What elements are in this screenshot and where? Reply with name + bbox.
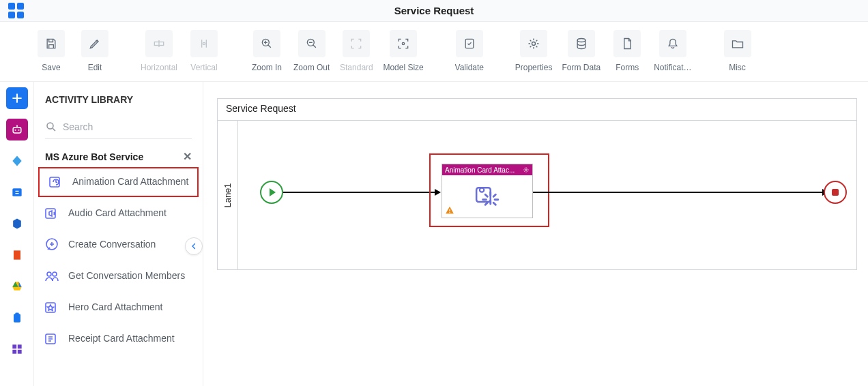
chevron-left-icon: [190, 242, 198, 250]
drive-icon: [10, 280, 24, 293]
svg-point-29: [480, 188, 484, 192]
library-item-label: Receipt Card Attachment: [68, 333, 175, 345]
close-group-icon[interactable]: ✕: [183, 150, 192, 163]
rail-bot-icon[interactable]: [6, 119, 28, 140]
warning-icon: [445, 205, 454, 215]
end-node[interactable]: [824, 181, 847, 204]
search-icon: [45, 121, 57, 133]
connector-2[interactable]: [533, 192, 828, 193]
save-icon: [44, 37, 58, 50]
flow-area[interactable]: Animation Card Attac...: [238, 121, 856, 269]
properties-button[interactable]: Properties: [511, 27, 557, 72]
rail-item-4[interactable]: [6, 181, 28, 203]
users-icon: [44, 268, 60, 284]
library-item-hero-card[interactable]: Hero Card Attachment: [34, 293, 203, 323]
plus-icon: [10, 91, 24, 105]
connector-1[interactable]: [283, 192, 440, 193]
library-item-audio-card[interactable]: Audio Card Attachment: [34, 198, 203, 228]
vertical-icon: [197, 37, 211, 50]
library-item-receipt-card[interactable]: Receipt Card Attachment: [34, 324, 203, 354]
library-group-name: MS Azure Bot Service: [45, 151, 143, 162]
library-item-animation-card[interactable]: Animation Card Attachment: [38, 167, 199, 197]
vertical-label: Vertical: [190, 63, 217, 72]
side-rail: [0, 82, 34, 386]
main-area: ACTIVITY LIBRARY MS Azure Bot Service ✕ …: [0, 82, 868, 386]
clipboard-icon: [10, 311, 24, 325]
search-input[interactable]: [63, 121, 192, 132]
save-button[interactable]: Save: [30, 27, 72, 72]
title-bar: Service Request: [0, 0, 868, 22]
svg-rect-12: [14, 250, 20, 259]
rail-item-9[interactable]: [6, 338, 28, 360]
rail-item-5[interactable]: [6, 213, 28, 235]
zoom-in-button[interactable]: Zoom In: [246, 27, 288, 72]
library-items-list: Animation Card Attachment Audio Card Att…: [34, 167, 203, 355]
notifications-label: Notificat…: [654, 63, 691, 72]
spinner-icon: [48, 174, 64, 190]
svg-rect-17: [12, 350, 16, 354]
library-item-get-members[interactable]: Get Conversation Members: [34, 261, 203, 291]
library-item-label: Create Conversation: [68, 239, 156, 251]
form-data-button[interactable]: Form Data: [558, 27, 605, 72]
library-item-create-conversation[interactable]: Create Conversation: [34, 230, 203, 260]
rail-item-7[interactable]: [6, 276, 28, 297]
lane-label: Lane1: [218, 121, 238, 269]
add-button[interactable]: [6, 87, 28, 109]
robot-icon: [10, 123, 24, 136]
collapse-panel-button[interactable]: [185, 237, 203, 255]
forms-button[interactable]: Forms: [606, 27, 648, 72]
edit-label: Edit: [88, 63, 102, 72]
svg-point-24: [53, 272, 57, 276]
grid-icon: [10, 342, 24, 356]
pencil-icon: [88, 37, 102, 50]
start-node[interactable]: [260, 181, 283, 204]
frame-icon: [349, 37, 363, 50]
misc-button[interactable]: Misc: [717, 27, 759, 72]
rail-item-8[interactable]: [6, 307, 28, 329]
svg-rect-20: [50, 177, 59, 187]
apps-grid-icon[interactable]: [8, 3, 25, 19]
play-icon: [270, 188, 276, 196]
svg-point-1: [203, 42, 205, 44]
library-item-label: Hero Card Attachment: [68, 301, 163, 314]
zoom-in-label: Zoom In: [252, 63, 282, 72]
vertical-button: Vertical: [183, 27, 225, 72]
rail-item-6[interactable]: [6, 244, 28, 266]
svg-point-23: [47, 272, 51, 276]
model-size-button[interactable]: Model Size: [379, 27, 427, 72]
zoom-out-label: Zoom Out: [293, 63, 330, 72]
horizontal-icon: [152, 37, 166, 50]
document-icon: [620, 37, 634, 50]
chat-plus-icon: [44, 237, 60, 253]
svg-point-6: [532, 42, 536, 46]
validate-icon: [463, 37, 476, 50]
process-canvas[interactable]: Service Request Lane1 Animation Card Att…: [203, 82, 868, 386]
misc-label: Misc: [729, 63, 746, 72]
forms-label: Forms: [616, 63, 639, 72]
library-title: ACTIVITY LIBRARY: [34, 82, 203, 110]
exchange-icon: [10, 185, 24, 199]
svg-rect-14: [15, 313, 18, 315]
standard-zoom-button: Standard: [335, 27, 377, 72]
receipt-icon: [44, 331, 60, 347]
zoom-out-button[interactable]: Zoom Out: [289, 27, 334, 72]
hex-icon: [10, 217, 24, 231]
library-search[interactable]: [45, 115, 192, 139]
activity-header: Animation Card Attac...: [442, 164, 532, 175]
database-icon: [575, 37, 588, 50]
activity-node-animation-card[interactable]: Animation Card Attac...: [442, 164, 533, 218]
horizontal-button: Horizontal: [136, 27, 182, 72]
stop-icon: [832, 189, 839, 196]
library-item-label: Animation Card Attachment: [72, 176, 188, 188]
activity-title: Animation Card Attac...: [445, 166, 515, 174]
activity-library-panel: ACTIVITY LIBRARY MS Azure Bot Service ✕ …: [34, 82, 203, 386]
edit-button[interactable]: Edit: [74, 27, 116, 72]
folder-icon: [731, 37, 744, 50]
gear-icon[interactable]: [523, 166, 530, 173]
expand-icon: [396, 37, 410, 50]
rail-item-3[interactable]: [6, 150, 28, 172]
horizontal-label: Horizontal: [141, 63, 177, 72]
validate-button[interactable]: Validate: [448, 27, 491, 72]
notifications-button[interactable]: Notificat…: [650, 27, 695, 72]
svg-point-7: [577, 39, 585, 42]
